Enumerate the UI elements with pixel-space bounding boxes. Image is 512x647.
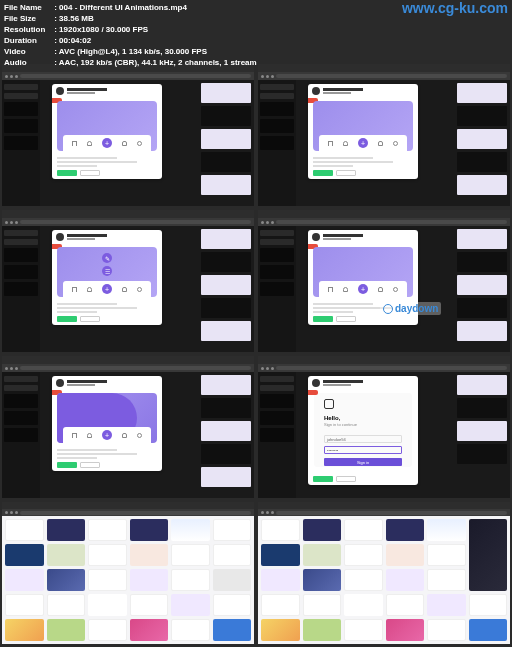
gallery-item[interactable] xyxy=(213,519,252,541)
gallery-item[interactable] xyxy=(386,594,425,616)
heart-icon[interactable] xyxy=(87,141,92,146)
reload-icon[interactable] xyxy=(15,221,18,224)
related-thumb[interactable] xyxy=(201,467,251,487)
gallery-item[interactable] xyxy=(213,544,252,566)
user-icon[interactable] xyxy=(393,141,398,146)
reload-icon[interactable] xyxy=(15,511,18,514)
forward-icon[interactable] xyxy=(10,221,13,224)
gallery-item[interactable] xyxy=(213,569,252,591)
browser-tabs[interactable] xyxy=(258,64,510,72)
related-thumb[interactable] xyxy=(457,83,507,103)
heart-icon[interactable] xyxy=(87,433,92,438)
gallery-item[interactable] xyxy=(213,619,252,641)
home-icon[interactable] xyxy=(328,141,333,146)
save-button[interactable] xyxy=(336,316,356,322)
fab-option-1[interactable]: ✎ xyxy=(102,253,112,263)
shot-card[interactable]: ✎ ☰ + xyxy=(52,230,162,325)
back-icon[interactable] xyxy=(5,221,8,224)
fab-option-2[interactable]: ☰ xyxy=(102,266,112,276)
related-thumb[interactable] xyxy=(457,106,507,126)
gallery-item[interactable] xyxy=(427,544,466,566)
related-thumb[interactable] xyxy=(201,83,251,103)
bell-icon[interactable] xyxy=(122,141,127,146)
sidebar-thumb[interactable] xyxy=(260,102,294,116)
avatar[interactable] xyxy=(56,87,64,95)
sidebar-item[interactable] xyxy=(260,239,294,245)
plus-button[interactable]: + xyxy=(102,430,112,440)
gallery-item[interactable] xyxy=(130,594,169,616)
related-thumb[interactable] xyxy=(201,129,251,149)
gallery-item[interactable] xyxy=(171,619,210,641)
back-icon[interactable] xyxy=(261,75,264,78)
gallery-item[interactable] xyxy=(47,544,86,566)
gallery-item[interactable] xyxy=(5,594,44,616)
password-field[interactable]: •••••••• xyxy=(324,446,402,454)
gallery-item[interactable] xyxy=(469,619,508,641)
forward-icon[interactable] xyxy=(266,75,269,78)
sidebar-item[interactable] xyxy=(4,376,38,382)
related-thumb[interactable] xyxy=(201,444,251,464)
bell-icon[interactable] xyxy=(122,287,127,292)
plus-button[interactable]: + xyxy=(358,284,368,294)
address-bar[interactable] xyxy=(258,364,510,372)
download-button[interactable] xyxy=(57,170,77,176)
home-icon[interactable] xyxy=(72,287,77,292)
animation-preview[interactable]: + xyxy=(57,101,157,151)
related-thumb[interactable] xyxy=(201,375,251,395)
related-thumb[interactable] xyxy=(201,252,251,272)
related-thumb[interactable] xyxy=(457,375,507,395)
gallery-item[interactable] xyxy=(427,569,466,591)
browser-tabs[interactable] xyxy=(2,356,254,364)
reload-icon[interactable] xyxy=(15,75,18,78)
sidebar-thumb[interactable] xyxy=(4,102,38,116)
sidebar-item[interactable] xyxy=(260,376,294,382)
related-thumb[interactable] xyxy=(201,106,251,126)
user-icon[interactable] xyxy=(137,141,142,146)
gallery-item[interactable] xyxy=(427,619,466,641)
user-icon[interactable] xyxy=(393,287,398,292)
animation-preview[interactable]: ✎ ☰ + xyxy=(57,247,157,297)
related-thumb[interactable] xyxy=(201,321,251,341)
shot-card[interactable]: Hello, Sign in to continue johndoe94 •••… xyxy=(308,376,418,485)
sidebar-thumb[interactable] xyxy=(260,411,294,425)
back-icon[interactable] xyxy=(5,367,8,370)
heart-icon[interactable] xyxy=(87,287,92,292)
sidebar-item[interactable] xyxy=(260,93,294,99)
related-thumb[interactable] xyxy=(457,444,507,464)
browser-tabs[interactable] xyxy=(258,502,510,509)
save-button[interactable] xyxy=(80,316,100,322)
save-button[interactable] xyxy=(80,170,100,176)
home-icon[interactable] xyxy=(328,287,333,292)
gallery-item[interactable] xyxy=(171,569,210,591)
gallery-item[interactable] xyxy=(469,594,508,616)
related-thumb[interactable] xyxy=(457,152,507,172)
gallery-item[interactable] xyxy=(386,544,425,566)
gallery-item[interactable] xyxy=(130,569,169,591)
forward-icon[interactable] xyxy=(10,75,13,78)
url-field[interactable] xyxy=(276,74,507,78)
save-button[interactable] xyxy=(336,170,356,176)
user-icon[interactable] xyxy=(137,433,142,438)
related-thumb[interactable] xyxy=(457,252,507,272)
forward-icon[interactable] xyxy=(266,367,269,370)
url-field[interactable] xyxy=(20,74,251,78)
sidebar-item[interactable] xyxy=(4,93,38,99)
back-icon[interactable] xyxy=(261,367,264,370)
sidebar-thumb[interactable] xyxy=(4,265,38,279)
gallery-item[interactable] xyxy=(88,619,127,641)
gallery-item[interactable] xyxy=(261,619,300,641)
gallery-item[interactable] xyxy=(213,594,252,616)
gallery-item[interactable] xyxy=(344,569,383,591)
download-button[interactable] xyxy=(57,316,77,322)
sidebar-item[interactable] xyxy=(4,385,38,391)
related-thumb[interactable] xyxy=(201,421,251,441)
address-bar[interactable] xyxy=(2,72,254,80)
url-field[interactable] xyxy=(20,366,251,370)
related-thumb[interactable] xyxy=(201,152,251,172)
sidebar-thumb[interactable] xyxy=(4,394,38,408)
forward-icon[interactable] xyxy=(266,511,269,514)
url-field[interactable] xyxy=(20,511,251,515)
gallery-item[interactable] xyxy=(386,519,425,541)
sidebar-thumb[interactable] xyxy=(4,282,38,296)
avatar[interactable] xyxy=(56,233,64,241)
